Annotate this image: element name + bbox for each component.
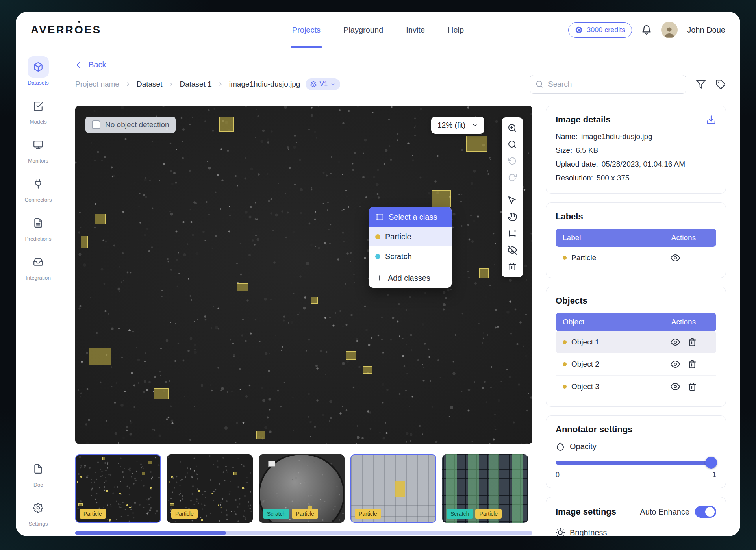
nav-projects[interactable]: Projects xyxy=(292,26,321,35)
object-row-2[interactable]: Object 2 xyxy=(556,353,716,376)
no-object-detection-label: No object detection xyxy=(105,120,169,129)
annotation-box[interactable] xyxy=(89,348,111,365)
annotation-box[interactable] xyxy=(148,461,152,464)
annotation-box[interactable] xyxy=(119,493,120,494)
annotation-box[interactable] xyxy=(233,472,237,476)
delete-annotation-button[interactable] xyxy=(504,259,521,274)
search-input[interactable] xyxy=(547,80,680,89)
sidebar-label: Connectors xyxy=(24,197,52,203)
thumbnail-3[interactable]: Scratch Particle xyxy=(259,454,345,523)
tags-button[interactable] xyxy=(715,79,726,90)
annotation-box[interactable] xyxy=(169,481,170,483)
bounding-box-tool-button[interactable] xyxy=(504,226,521,241)
sidebar-item-models[interactable]: Models xyxy=(28,95,49,125)
sidebar-item-settings[interactable]: Settings xyxy=(28,497,49,527)
sidebar-item-connectors[interactable]: Connectors xyxy=(24,173,52,203)
opacity-slider-thumb[interactable] xyxy=(705,457,717,469)
redo-button[interactable] xyxy=(504,170,521,185)
annotation-box[interactable] xyxy=(106,490,108,492)
thumbnail-2[interactable]: Particle xyxy=(167,454,253,523)
nav-help[interactable]: Help xyxy=(448,26,464,35)
annotation-canvas[interactable]: No object detection 12% (fit) xyxy=(75,106,532,444)
breadcrumb-dataset-1[interactable]: Dataset 1 xyxy=(180,80,211,89)
sidebar-item-doc[interactable]: Doc xyxy=(28,458,49,488)
annotation-box[interactable] xyxy=(346,351,356,360)
annotation-box[interactable] xyxy=(102,457,105,460)
thumbnail-4[interactable]: Particle xyxy=(350,454,436,523)
annotation-box[interactable] xyxy=(218,504,220,505)
add-classes-option[interactable]: Add classes xyxy=(369,268,452,288)
annotation-box[interactable] xyxy=(363,366,372,374)
credits-badge[interactable]: 3000 credits xyxy=(568,22,632,38)
pointer-tool-button[interactable] xyxy=(504,193,521,208)
undo-button[interactable] xyxy=(504,153,521,169)
annotation-box[interactable] xyxy=(219,117,234,132)
thumbnail-scrollbar[interactable] xyxy=(75,531,532,535)
object-row-1[interactable]: Object 1 xyxy=(556,331,716,353)
annotation-box[interactable] xyxy=(479,268,488,278)
annotation-box[interactable] xyxy=(94,214,106,224)
toggle-object-visibility-button[interactable] xyxy=(671,359,680,369)
annotation-box[interactable] xyxy=(170,503,174,507)
breadcrumb-dataset[interactable]: Dataset xyxy=(137,80,162,89)
object-row-3[interactable]: Object 3 xyxy=(556,376,716,398)
annotation-box[interactable] xyxy=(77,481,78,483)
hide-annotations-button[interactable] xyxy=(504,242,521,258)
scrollbar-thumb[interactable] xyxy=(75,531,226,535)
breadcrumb-filename[interactable]: image1hdiu-dusjo.jpg xyxy=(229,80,300,89)
user-name[interactable]: John Doue xyxy=(687,26,725,35)
back-button[interactable]: Back xyxy=(75,60,106,69)
sidebar-item-datasets[interactable]: Datasets xyxy=(28,56,49,86)
thumbnail-5[interactable]: Scratch Particle xyxy=(442,454,528,523)
nav-playground[interactable]: Playground xyxy=(343,26,383,35)
annotation-box[interactable] xyxy=(80,476,82,478)
version-badge[interactable]: V1 xyxy=(306,78,340,90)
filter-button[interactable] xyxy=(696,79,706,89)
opacity-slider[interactable] xyxy=(556,461,716,465)
toggle-object-visibility-button[interactable] xyxy=(671,382,680,391)
annotation-box[interactable] xyxy=(142,472,145,476)
class-option-particle[interactable]: Particle xyxy=(369,227,452,246)
breadcrumb-project[interactable]: Project name xyxy=(75,80,119,89)
annotation-box[interactable] xyxy=(201,519,203,521)
toggle-label-visibility-button[interactable] xyxy=(671,253,680,263)
annotation-box[interactable] xyxy=(237,283,248,291)
annotation-box[interactable] xyxy=(171,476,173,478)
annotation-box[interactable] xyxy=(129,507,131,508)
annotation-box[interactable] xyxy=(78,503,82,507)
zoom-out-button[interactable] xyxy=(504,137,521,152)
annotation-box[interactable] xyxy=(432,190,451,207)
label-row-particle[interactable]: Particle xyxy=(556,247,716,269)
no-object-detection-toggle[interactable]: No object detection xyxy=(85,117,176,133)
sidebar-item-integration[interactable]: Integration xyxy=(26,251,51,281)
annotation-box[interactable] xyxy=(466,136,487,152)
annotation-box[interactable] xyxy=(81,236,88,248)
delete-object-button[interactable] xyxy=(688,382,697,391)
annotation-box[interactable] xyxy=(311,297,318,304)
annotation-box[interactable] xyxy=(256,431,265,439)
annotation-box[interactable] xyxy=(221,507,222,508)
pan-tool-button[interactable] xyxy=(504,209,521,225)
sidebar-item-monitors[interactable]: Monitors xyxy=(28,134,49,164)
annotation-box[interactable] xyxy=(211,493,212,494)
no-object-detection-checkbox[interactable] xyxy=(92,120,100,129)
annotation-box[interactable] xyxy=(242,487,244,489)
annotation-box[interactable] xyxy=(198,490,200,492)
annotation-box[interactable] xyxy=(154,388,169,399)
download-button[interactable] xyxy=(706,115,716,125)
thumbnail-1[interactable]: Particle xyxy=(75,454,161,523)
auto-enhance-toggle[interactable] xyxy=(695,506,716,518)
annotation-box[interactable] xyxy=(126,504,128,505)
delete-object-button[interactable] xyxy=(688,360,697,369)
nav-invite[interactable]: Invite xyxy=(406,26,425,35)
notifications-button[interactable] xyxy=(641,25,652,35)
toggle-object-visibility-button[interactable] xyxy=(671,337,680,347)
user-avatar[interactable] xyxy=(661,22,678,38)
zoom-in-button[interactable] xyxy=(504,120,521,136)
delete-object-button[interactable] xyxy=(688,338,697,346)
class-option-scratch[interactable]: Scratch xyxy=(369,246,452,266)
sidebar-item-predictions[interactable]: Predictions xyxy=(25,212,52,242)
annotation-box[interactable] xyxy=(150,487,152,489)
annotation-box[interactable] xyxy=(109,519,111,521)
zoom-level-dropdown[interactable]: 12% (fit) xyxy=(431,117,484,134)
